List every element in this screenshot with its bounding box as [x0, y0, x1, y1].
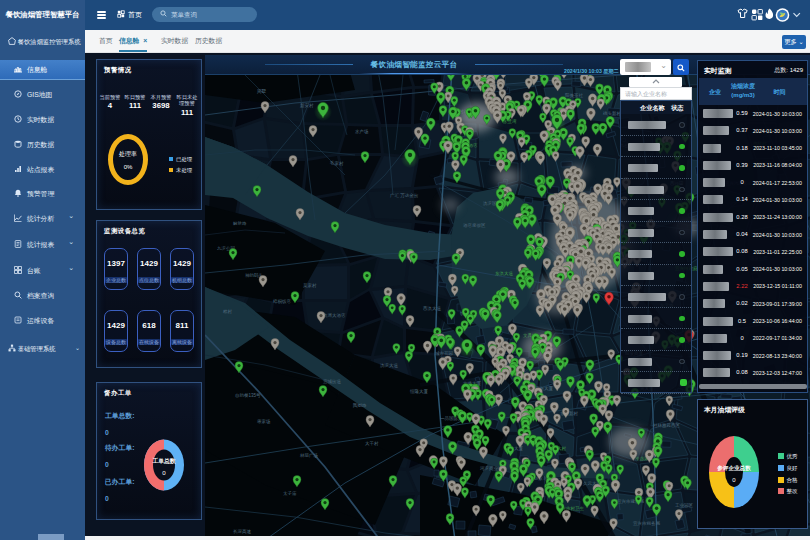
svg-text:恒隆大厦: 恒隆大厦 [409, 388, 429, 395]
svg-text:城市花园: 城市花园 [434, 351, 453, 356]
svg-text:周墅: 周墅 [257, 89, 267, 94]
svg-text:太子庙: 太子庙 [283, 491, 297, 496]
svg-text:氿滨大道: 氿滨大道 [380, 363, 399, 368]
svg-text:自助餐135号: 自助餐135号 [235, 393, 261, 398]
svg-text:工单总数: 工单总数 [151, 457, 175, 465]
svg-text:东氿大道: 东氿大道 [495, 271, 514, 276]
svg-text:西氿大道: 西氿大道 [423, 305, 442, 311]
svg-text:毛家村: 毛家村 [329, 160, 344, 167]
svg-text:长深高速: 长深高速 [233, 529, 252, 534]
svg-text:参评企业总数: 参评企业总数 [716, 465, 751, 472]
svg-text:0: 0 [162, 469, 166, 476]
svg-text:解放路: 解放路 [233, 220, 247, 226]
svg-text:阳羡茶社: 阳羡茶社 [565, 93, 584, 98]
svg-text:陶都路: 陶都路 [353, 402, 367, 409]
svg-text:梧桐饭店: 梧桐饭店 [272, 298, 292, 305]
svg-text:宜兴市税务局: 宜兴市税务局 [633, 521, 661, 526]
svg-text:氿洲大酒店: 氿洲大酒店 [323, 312, 346, 318]
svg-text:桂林雅苑西区: 桂林雅苑西区 [653, 422, 681, 429]
svg-text:酒店度假区: 酒店度假区 [463, 222, 486, 228]
svg-text:工业园区: 工业园区 [675, 502, 694, 508]
